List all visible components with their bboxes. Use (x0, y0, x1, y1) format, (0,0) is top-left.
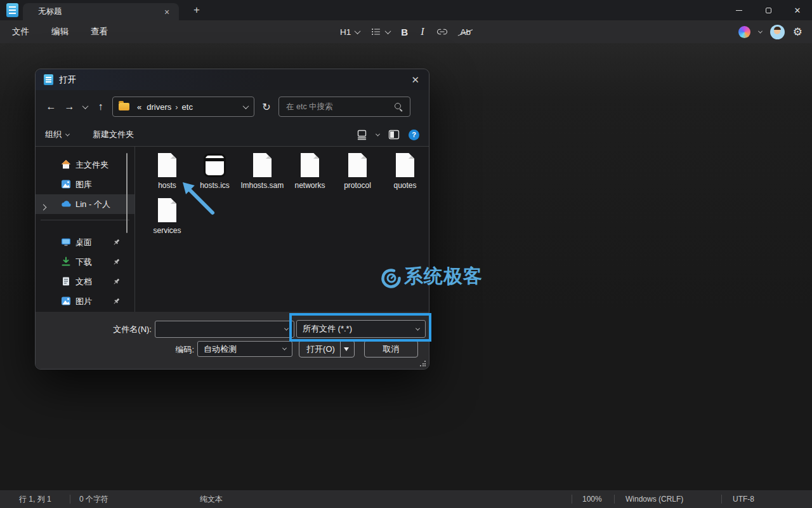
folder-icon (119, 103, 129, 110)
dialog-footer: 文件名(N): 所有文件 (*.*) 编码: 自动检测 打开(O) 取消 (36, 312, 429, 369)
statusbar-divider (721, 495, 722, 504)
minimize-icon (736, 10, 742, 11)
search-icon[interactable] (394, 102, 403, 111)
help-icon[interactable]: ? (409, 130, 419, 140)
address-dropdown-chevron[interactable] (243, 103, 249, 109)
encoding-value: 自动检测 (204, 344, 237, 355)
cursor-position: 行 1, 列 1 (19, 490, 51, 508)
breadcrumb-drivers[interactable]: drivers (144, 102, 174, 112)
address-bar[interactable]: « drivers › etc (112, 97, 254, 117)
preview-pane-icon[interactable] (388, 130, 400, 140)
heading-dropdown[interactable]: H1 (340, 27, 360, 37)
notepad-window: 无标题 × + ✕ 文件 编辑 查看 H1 (0, 0, 812, 508)
file-name: lmhosts.sam (241, 181, 284, 190)
file-item-protocol[interactable]: protocol (334, 148, 381, 190)
filename-label: 文件名(N): (36, 324, 152, 335)
tab-strip: 无标题 × + ✕ (0, 0, 812, 20)
search-box[interactable]: 在 etc 中搜索 (278, 97, 410, 117)
italic-button[interactable]: I (419, 26, 426, 37)
chevron-down-icon[interactable] (282, 346, 287, 351)
breadcrumb-etc[interactable]: etc (180, 102, 195, 112)
statusbar-divider (614, 495, 615, 504)
new-folder-button[interactable]: 新建文件夹 (93, 129, 134, 140)
open-button[interactable]: 打开(O) (299, 340, 355, 358)
format-toolbar: H1 B I Ab (340, 20, 472, 43)
bullet-list-icon (370, 27, 381, 37)
text-file-icon (253, 153, 272, 177)
cancel-button[interactable]: 取消 (364, 340, 418, 358)
zoom-level[interactable]: 100% (582, 490, 602, 508)
recent-locations-chevron[interactable] (79, 105, 91, 109)
minimize-button[interactable] (724, 0, 754, 20)
sidebar-item-onedrive[interactable]: Lin - 个人 (36, 194, 134, 214)
restore-button[interactable] (754, 0, 783, 20)
copilot-icon[interactable] (738, 26, 750, 38)
breadcrumb-prefix[interactable]: « (134, 102, 144, 112)
desktop-icon (61, 237, 71, 247)
chevron-down-icon[interactable] (376, 131, 380, 136)
dialog-navigation-bar: ← → ↑ « drivers › etc ↻ 在 etc 中搜索 (36, 93, 429, 121)
text-file-icon (301, 153, 319, 177)
sidebar-item-documents[interactable]: 文档 (36, 272, 134, 291)
close-button[interactable]: ✕ (783, 0, 812, 20)
dialog-close-icon[interactable]: ✕ (411, 74, 419, 86)
sidebar-item-pictures[interactable]: 图片 (36, 291, 134, 311)
chevron-down-icon[interactable] (416, 326, 420, 330)
sidebar-item-downloads[interactable]: 下载 (36, 252, 134, 272)
menu-view[interactable]: 查看 (82, 23, 116, 41)
statusbar-divider (70, 495, 70, 504)
heading-label: H1 (340, 27, 351, 37)
tab-untitled[interactable]: 无标题 × (23, 3, 179, 20)
restore-icon (766, 8, 771, 13)
watermark-text: 系统极客 (404, 264, 483, 290)
line-ending[interactable]: Windows (CRLF) (625, 490, 683, 508)
expander-chevron-icon[interactable] (41, 202, 46, 211)
link-button[interactable] (436, 26, 448, 37)
forward-icon[interactable]: → (60, 101, 79, 112)
window-controls: ✕ (724, 0, 812, 20)
menu-edit[interactable]: 编辑 (43, 23, 77, 41)
bold-button[interactable]: B (401, 27, 408, 37)
pictures-icon (61, 296, 71, 306)
view-options-icon[interactable] (357, 130, 367, 140)
chevron-down-icon[interactable] (758, 29, 763, 33)
home-icon (61, 159, 71, 170)
clear-formatting-button[interactable]: Ab (459, 27, 472, 37)
list-dropdown[interactable] (370, 27, 390, 37)
up-icon[interactable]: ↑ (91, 101, 110, 112)
sidebar-scrollbar[interactable] (126, 153, 128, 233)
annotation-arrow (173, 174, 219, 220)
file-item-lmhosts-sam[interactable]: lmhosts.sam (239, 148, 286, 190)
cancel-button-label: 取消 (383, 344, 400, 355)
tab-close-icon[interactable]: × (160, 5, 174, 19)
encoding-dropdown[interactable]: 自动检测 (197, 341, 292, 357)
pin-icon (112, 297, 121, 305)
back-icon[interactable]: ← (42, 101, 60, 112)
pin-icon (112, 238, 121, 246)
encoding[interactable]: UTF-8 (733, 490, 754, 508)
filename-combobox[interactable] (155, 321, 294, 338)
resize-grip[interactable] (420, 361, 426, 366)
filetype-dropdown[interactable]: 所有文件 (*.*) (296, 320, 426, 338)
statusbar-divider (572, 495, 572, 504)
file-item-quotes[interactable]: quotes (381, 148, 429, 190)
sidebar-item-gallery[interactable]: 图库 (36, 175, 134, 194)
organize-dropdown[interactable]: 组织 (45, 129, 69, 140)
watermark-logo-icon (380, 265, 403, 289)
chevron-down-icon (65, 131, 70, 136)
open-split-dropdown[interactable] (340, 341, 352, 357)
open-button-label: 打开(O) (306, 344, 335, 355)
menu-file[interactable]: 文件 (4, 23, 37, 41)
gear-icon[interactable]: ⚙ (793, 25, 802, 39)
sidebar-divider (41, 220, 129, 220)
account-avatar[interactable] (770, 25, 785, 39)
filename-input[interactable] (161, 324, 285, 334)
chevron-down-icon[interactable] (284, 326, 289, 331)
file-item-networks[interactable]: networks (286, 148, 334, 190)
refresh-icon[interactable]: ↻ (258, 101, 275, 113)
file-name: services (153, 226, 181, 236)
new-tab-button[interactable]: + (189, 4, 204, 17)
sidebar-item-desktop[interactable]: 桌面 (36, 232, 134, 252)
sidebar-item-home[interactable]: 主文件夹 (36, 155, 134, 175)
new-folder-label: 新建文件夹 (93, 129, 134, 140)
